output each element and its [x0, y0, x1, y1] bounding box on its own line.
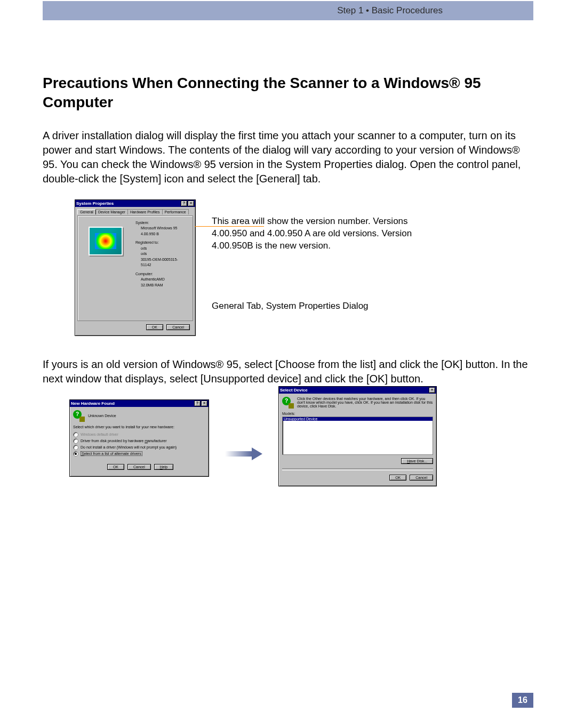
- figure-caption: General Tab, System Properties Dialog: [212, 300, 425, 313]
- registered-label: Registered to:: [135, 240, 188, 246]
- radio-do-not-install[interactable]: Do not install a driver (Windows will no…: [73, 445, 205, 450]
- close-icon[interactable]: ×: [188, 201, 194, 206]
- hardware-icon: ?: [73, 410, 85, 422]
- tab-general[interactable]: General: [77, 209, 96, 214]
- divider: [282, 468, 433, 470]
- tab-strip: General Device Manager Hardware Profiles…: [77, 209, 193, 214]
- page-number: 16: [512, 693, 533, 708]
- titlebar: New Hardware Found ? ×: [70, 400, 209, 407]
- device-name: Unknown Device: [88, 414, 116, 418]
- radio-select-from-list[interactable]: Select from a list of alternate drivers: [73, 451, 205, 457]
- page-title: Precautions When Connecting the Scanner …: [43, 74, 533, 113]
- ok-button[interactable]: OK: [389, 475, 406, 481]
- help-icon[interactable]: ?: [181, 201, 187, 206]
- prompt-text: Select which driver you want to install …: [73, 425, 205, 429]
- new-hardware-dialog: New Hardware Found ? × ? Unknown Device …: [69, 399, 209, 477]
- models-label: Models:: [282, 412, 433, 415]
- models-list[interactable]: Unsupported Device: [282, 417, 433, 455]
- system-label: System:: [135, 220, 188, 226]
- reg-org: ods: [141, 251, 188, 257]
- callout-line: [195, 226, 264, 227]
- dialog-title: System Properties: [76, 201, 114, 206]
- ok-button[interactable]: OK: [146, 324, 163, 330]
- select-device-dialog: Select Device × ? Click the Other device…: [278, 386, 437, 486]
- header-bar: Step 1 • Basic Procedures: [43, 1, 533, 20]
- cancel-button[interactable]: Cancel: [127, 464, 151, 470]
- system-name: Microsoft Windows 95: [141, 226, 188, 231]
- annotation-text: This area will show the version number. …: [212, 215, 425, 252]
- general-panel: System: Microsoft Windows 95 4.00.950 B …: [77, 215, 193, 321]
- cancel-button[interactable]: Cancel: [410, 475, 433, 481]
- tab-device-manager[interactable]: Device Manager: [95, 209, 128, 214]
- paragraph-1: A driver installation dialog will displa…: [43, 129, 533, 186]
- paragraph-2: If yours is an old version of Windows® 9…: [43, 357, 533, 386]
- close-icon[interactable]: ×: [429, 387, 435, 393]
- cancel-button[interactable]: Cancel: [166, 324, 190, 330]
- titlebar: Select Device ×: [279, 387, 436, 394]
- cpu-value: AuthenticAMD: [141, 277, 188, 283]
- system-version: 4.00.950 B: [141, 231, 188, 237]
- reg-name: ods: [141, 246, 188, 252]
- list-item[interactable]: Unsupported Device: [283, 417, 433, 421]
- dialog-title: Select Device: [280, 388, 308, 393]
- help-button[interactable]: Help: [154, 464, 173, 470]
- titlebar: System Properties ? ×: [75, 200, 195, 207]
- ok-button[interactable]: OK: [107, 464, 124, 470]
- tab-hardware-profiles[interactable]: Hardware Profiles: [127, 209, 163, 214]
- close-icon[interactable]: ×: [201, 401, 207, 406]
- tab-performance[interactable]: Performance: [162, 209, 189, 214]
- instruction-text: Click the Other devices that matches you…: [297, 397, 433, 408]
- help-icon[interactable]: ?: [194, 401, 201, 406]
- computer-icon: [89, 227, 123, 255]
- have-disk-button[interactable]: Have Disk...: [401, 458, 433, 464]
- dialog-title: New Hardware Found: [71, 401, 115, 406]
- radio-driver-from-disk[interactable]: Driver from disk provided by hardware ma…: [73, 438, 205, 444]
- breadcrumb: Step 1 • Basic Procedures: [337, 5, 443, 16]
- arrow-right-icon: [225, 447, 262, 460]
- hardware-icon: ?: [282, 397, 294, 409]
- computer-label: Computer:: [135, 271, 188, 277]
- system-properties-dialog: System Properties ? × General Device Man…: [75, 199, 196, 336]
- ram-value: 32.0MB RAM: [141, 283, 188, 289]
- radio-windows-default: Windows default driver: [73, 432, 205, 437]
- reg-serial: 30195-OEM-0005315-51142: [141, 257, 188, 268]
